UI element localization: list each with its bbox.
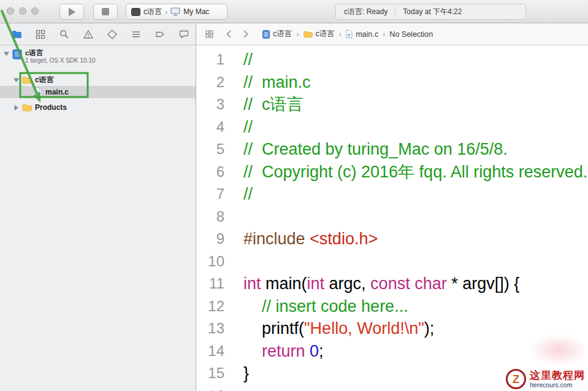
c-file-icon: c	[34, 87, 42, 97]
c-file-icon: c	[346, 30, 353, 38]
project-navigator-icon[interactable]	[11, 29, 22, 40]
sidebar-item-main-c[interactable]: c main.c	[0, 86, 196, 98]
project-detail: 1 target, OS X SDK 10.10	[25, 57, 96, 64]
file-label: main.c	[45, 88, 69, 96]
code-line[interactable]: // Created by turing_Mac on 16/5/8.	[243, 138, 588, 161]
folder-icon	[304, 31, 313, 38]
code-line[interactable]: #include <stdio.h>	[243, 228, 588, 250]
chevron-right-icon: ›	[165, 7, 167, 17]
folder-icon	[22, 104, 32, 112]
test-navigator-icon[interactable]	[107, 29, 118, 40]
scheme-selector[interactable]: c语言 › My Mac	[126, 4, 227, 20]
navigator-bar	[0, 23, 196, 45]
line-number[interactable]: 12	[196, 295, 224, 318]
breadcrumb: c语言 › c语言 › c main.c › No Selection	[262, 29, 433, 39]
code-line[interactable]: //	[243, 183, 588, 206]
scheme-device-label: My Mac	[183, 7, 209, 16]
code-line[interactable]: //	[243, 48, 588, 71]
report-navigator-icon[interactable]	[178, 29, 189, 40]
breadcrumb-project[interactable]: c语言	[262, 29, 292, 39]
line-number[interactable]: 8	[196, 206, 224, 228]
code-line[interactable]: int main(int argc, const char * argv[]) …	[243, 273, 588, 295]
breadcrumb-selection[interactable]: No Selection	[389, 30, 433, 39]
related-items-icon[interactable]	[202, 28, 216, 41]
line-number[interactable]: 1	[196, 48, 224, 71]
code-line[interactable]: // c语言	[243, 93, 588, 116]
line-number[interactable]: 16	[196, 385, 224, 391]
search-icon[interactable]	[59, 29, 70, 40]
minimize-window-button[interactable]	[19, 7, 26, 15]
code-line[interactable]	[243, 250, 588, 273]
code-line[interactable]: return 0;	[243, 340, 588, 363]
project-navigator: c语言 1 target, OS X SDK 10.10 c语言 c main.…	[0, 45, 196, 391]
chevron-right-icon: ›	[339, 29, 342, 39]
watermark-title: 这里教程网	[530, 370, 585, 381]
gutter[interactable]: 12345678910111213141516	[196, 45, 229, 391]
line-number[interactable]: 2	[196, 71, 224, 94]
line-number[interactable]: 14	[196, 340, 224, 363]
code-line[interactable]: // insert code here...	[243, 295, 588, 318]
code-line[interactable]: // Copyright (c) 2016年 fqq. All rights r…	[243, 161, 588, 184]
line-number[interactable]: 6	[196, 161, 224, 184]
watermark-url: herecours.com	[530, 381, 585, 389]
project-name: c语言	[25, 49, 96, 57]
breakpoint-navigator-icon[interactable]	[155, 29, 166, 40]
line-number[interactable]: 9	[196, 228, 224, 250]
activity-viewer: c语言: Ready Today at 下午4:22	[335, 4, 526, 20]
breadcrumb-file[interactable]: c main.c	[346, 30, 378, 39]
jump-bar: c语言 › c语言 › c main.c › No Selection	[196, 23, 588, 45]
disclosure-right-icon[interactable]	[13, 105, 19, 110]
source-editor[interactable]: 12345678910111213141516 //// main.c// c语…	[196, 45, 588, 391]
debug-navigator-icon[interactable]	[131, 29, 142, 40]
project-icon	[12, 49, 22, 60]
sidebar-item-products[interactable]: Products	[0, 101, 196, 114]
svg-text:c: c	[37, 90, 40, 96]
xcode-window: c语言 › My Mac c语言: Ready Today at 下午4:22	[0, 0, 588, 391]
issue-navigator-icon[interactable]	[83, 29, 94, 40]
stop-icon	[102, 8, 109, 15]
sidebar-item-folder[interactable]: c语言	[0, 74, 196, 86]
line-number[interactable]: 11	[196, 273, 224, 295]
subbar: c语言 › c语言 › c main.c › No Selection	[0, 23, 588, 45]
scheme-target-label: c语言	[143, 7, 162, 17]
code-line[interactable]: // main.c	[243, 71, 588, 94]
folder-label: c语言	[35, 75, 54, 85]
back-button[interactable]	[222, 28, 235, 41]
watermark: Z 这里教程网 herecours.com	[505, 368, 586, 390]
status-timestamp: Today at 下午4:22	[403, 7, 462, 17]
device-icon	[170, 7, 180, 16]
code-area[interactable]: //// main.c// c语言//// Created by turing_…	[229, 45, 588, 391]
folder-icon	[22, 76, 32, 84]
breadcrumb-group[interactable]: c语言	[304, 29, 335, 39]
chevron-right-icon: ›	[296, 29, 299, 39]
zoom-window-button[interactable]	[31, 7, 39, 15]
status-divider	[395, 7, 395, 17]
toolbar: c语言 › My Mac c语言: Ready Today at 下午4:22	[0, 0, 588, 23]
watermark-logo: Z	[506, 369, 526, 389]
project-doc-icon	[262, 30, 270, 39]
status-project-ready: c语言: Ready	[336, 7, 388, 17]
run-button[interactable]	[59, 4, 84, 20]
line-number[interactable]: 5	[196, 138, 224, 161]
line-number[interactable]: 15	[196, 362, 224, 385]
products-label: Products	[35, 103, 67, 112]
line-number[interactable]: 7	[196, 183, 224, 206]
chevron-right-icon: ›	[383, 29, 385, 39]
disclosure-down-icon[interactable]	[13, 77, 19, 83]
code-line[interactable]: printf("Hello, World!\n");	[243, 317, 588, 340]
line-number[interactable]: 10	[196, 250, 224, 273]
disclosure-down-icon[interactable]	[4, 51, 9, 56]
main-area: c语言 1 target, OS X SDK 10.10 c语言 c main.…	[0, 45, 588, 391]
forward-button[interactable]	[239, 28, 253, 41]
line-number[interactable]: 13	[196, 317, 224, 340]
svg-text:c: c	[348, 32, 351, 37]
project-row[interactable]: c语言 1 target, OS X SDK 10.10	[0, 49, 196, 69]
close-window-button[interactable]	[7, 7, 14, 15]
run-icon	[68, 7, 76, 17]
stop-button[interactable]	[93, 4, 118, 20]
code-line[interactable]	[243, 206, 588, 228]
line-number[interactable]: 3	[196, 93, 224, 116]
code-line[interactable]: //	[243, 116, 588, 139]
line-number[interactable]: 4	[196, 116, 224, 139]
symbol-navigator-icon[interactable]	[35, 29, 46, 40]
